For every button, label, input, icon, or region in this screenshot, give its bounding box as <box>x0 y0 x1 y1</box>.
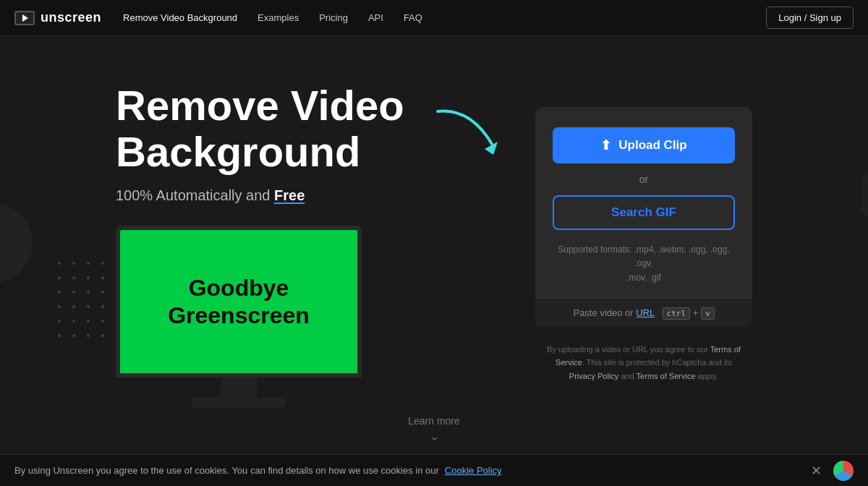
chevron-down-icon: ⌄ <box>408 428 460 444</box>
monitor-stand <box>116 378 362 408</box>
arrow-icon <box>434 104 499 155</box>
paste-bar: Paste video or URL ctrl + v <box>535 298 752 327</box>
dot <box>72 276 75 279</box>
supported-formats: Supported formats: .mp4, .webm, .ogg, .o… <box>553 243 735 285</box>
nav-pricing[interactable]: Pricing <box>319 12 348 23</box>
dot <box>101 305 104 308</box>
dot <box>58 320 61 323</box>
dot <box>72 262 75 265</box>
dot <box>58 262 61 265</box>
cookie-bar: By using Unscreen you agree to the use o… <box>0 454 868 486</box>
dot <box>101 262 104 265</box>
or-divider: or <box>553 174 735 185</box>
nav-examples[interactable]: Examples <box>258 12 299 23</box>
logo-text: unscreen <box>41 10 101 25</box>
nav-api[interactable]: API <box>368 12 383 23</box>
captcha-icon <box>833 461 854 481</box>
hero-title: Remove Video Background <box>116 82 477 175</box>
dot <box>58 291 61 294</box>
dot <box>72 291 75 294</box>
login-button[interactable]: Login / Sign up <box>766 7 854 29</box>
dot <box>101 291 104 294</box>
learn-more[interactable]: Learn more ⌄ <box>408 415 460 444</box>
privacy-link[interactable]: Privacy Policy <box>569 372 618 380</box>
nav-links: Remove Video Background Examples Pricing… <box>123 12 766 23</box>
cookie-close-button[interactable]: ✕ <box>811 463 822 479</box>
dot <box>72 305 75 308</box>
cookie-policy-link[interactable]: Cookie Policy <box>445 465 502 476</box>
upload-icon: ⬆ <box>600 137 611 153</box>
logo-icon <box>14 11 35 25</box>
monitor-base <box>192 398 286 408</box>
logo-play-icon <box>22 14 28 22</box>
upload-clip-button[interactable]: ⬆ Upload Clip <box>553 127 735 163</box>
monitor-screen: Goodbye Greenscreen <box>120 230 357 373</box>
dot <box>87 276 90 279</box>
hero-subtitle: 100% Automatically and Free <box>116 187 477 204</box>
logo[interactable]: unscreen <box>14 10 101 25</box>
dot <box>87 334 90 337</box>
monitor-wrap: // Generate dots for(let i=0;i<48;i++) d… <box>116 226 477 408</box>
dot <box>58 276 61 279</box>
dot <box>101 276 104 279</box>
dot <box>101 334 104 337</box>
monitor: Goodbye Greenscreen <box>116 226 362 408</box>
monitor-text: Goodbye Greenscreen <box>168 274 310 330</box>
monitor-screen-wrap: Goodbye Greenscreen <box>116 226 362 378</box>
search-gif-button[interactable]: Search GIF <box>553 195 735 230</box>
v-kbd: v <box>701 307 715 320</box>
hero-section: Remove Video Background 100% Automatical… <box>0 36 868 454</box>
tos2-link[interactable]: Terms of Service <box>637 372 696 380</box>
url-link[interactable]: URL <box>636 307 655 318</box>
navbar: unscreen Remove Video Background Example… <box>0 0 868 36</box>
ctrl-kbd: ctrl <box>663 307 691 320</box>
terms-text: By uploading a video or URL you agree to… <box>535 343 752 383</box>
dot <box>58 305 61 308</box>
nav-faq[interactable]: FAQ <box>404 12 422 23</box>
upload-panel: ⬆ Upload Clip or Search GIF Supported fo… <box>535 107 752 327</box>
dot <box>87 262 90 265</box>
dot <box>87 291 90 294</box>
dot <box>101 320 104 323</box>
nav-remove-video[interactable]: Remove Video Background <box>123 12 237 23</box>
dot <box>58 334 61 337</box>
dot <box>87 320 90 323</box>
dot <box>72 320 75 323</box>
dot <box>72 334 75 337</box>
dot <box>87 305 90 308</box>
hero-right: ⬆ Upload Clip or Search GIF Supported fo… <box>535 107 752 383</box>
monitor-neck <box>221 378 257 398</box>
hero-left: Remove Video Background 100% Automatical… <box>116 82 492 409</box>
